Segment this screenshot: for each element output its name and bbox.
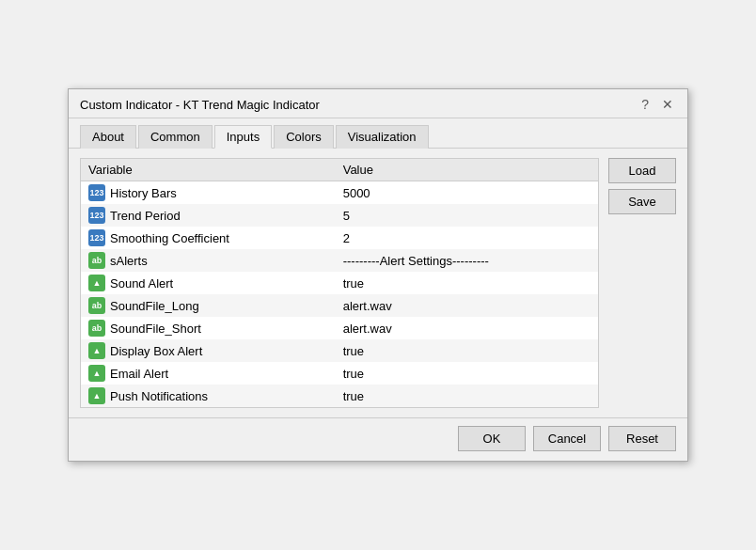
variable-label: Sound Alert	[110, 276, 173, 291]
table-row[interactable]: ▲Sound Alerttrue	[81, 272, 598, 294]
variable-label: SoundFile_Long	[110, 299, 199, 313]
variable-cell: 123Smoothing Coefficient	[81, 227, 336, 249]
variable-cell: 123Trend Period	[81, 204, 336, 227]
load-button[interactable]: Load	[608, 158, 676, 183]
tabs-container: About Common Inputs Colors Visualization	[69, 118, 687, 149]
save-button[interactable]: Save	[608, 189, 676, 214]
row-type-icon: ▲	[88, 387, 105, 404]
variable-label: sAlerts	[110, 254, 148, 268]
table-row[interactable]: 123Trend Period5	[81, 204, 598, 227]
table-row[interactable]: 123Smoothing Coefficient2	[81, 227, 598, 249]
footer: OK Cancel Reset	[69, 417, 687, 461]
tab-about[interactable]: About	[80, 125, 136, 149]
row-type-icon: ab	[88, 297, 105, 314]
variable-label: Trend Period	[110, 209, 181, 223]
value-cell: ---------Alert Settings---------	[336, 249, 598, 272]
reset-button[interactable]: Reset	[608, 426, 676, 451]
table-row[interactable]: 123History Bars5000	[81, 181, 598, 205]
table-row[interactable]: ▲Push Notificationstrue	[81, 385, 598, 407]
dialog: Custom Indicator - KT Trend Magic Indica…	[68, 88, 688, 462]
value-cell: true	[336, 272, 598, 294]
table-row[interactable]: absAlerts---------Alert Settings--------…	[81, 249, 598, 272]
row-type-icon: 123	[88, 229, 105, 246]
value-cell: 5	[336, 204, 598, 227]
variable-label: SoundFile_Short	[110, 322, 201, 336]
variable-label: Push Notifications	[110, 389, 208, 403]
table-row[interactable]: abSoundFile_Shortalert.wav	[81, 317, 598, 339]
dialog-title: Custom Indicator - KT Trend Magic Indica…	[80, 98, 320, 112]
tab-common[interactable]: Common	[138, 125, 213, 149]
row-type-icon: ab	[88, 252, 105, 269]
variable-cell: abSoundFile_Short	[81, 317, 336, 339]
table-row[interactable]: abSoundFile_Longalert.wav	[81, 294, 598, 317]
row-type-icon: ▲	[88, 275, 105, 291]
content-area: Variable Value 123History Bars5000123Tre…	[69, 149, 687, 417]
col-value-header: Value	[336, 159, 598, 181]
table-row[interactable]: ▲Display Box Alerttrue	[81, 339, 598, 362]
variable-label: History Bars	[110, 186, 177, 200]
tab-visualization[interactable]: Visualization	[336, 125, 429, 149]
tab-inputs[interactable]: Inputs	[214, 125, 272, 149]
value-cell: true	[336, 362, 598, 385]
tab-colors[interactable]: Colors	[274, 125, 334, 149]
row-type-icon: 123	[88, 184, 105, 201]
row-type-icon: ▲	[88, 365, 105, 382]
value-cell: 2	[336, 227, 598, 249]
row-type-icon: ▲	[88, 342, 105, 359]
variable-cell: absAlerts	[81, 249, 336, 272]
row-type-icon: 123	[88, 207, 105, 224]
table-row[interactable]: ▲Email Alerttrue	[81, 362, 598, 385]
variable-label: Smoothing Coefficient	[110, 231, 229, 245]
title-bar: Custom Indicator - KT Trend Magic Indica…	[69, 89, 687, 118]
row-type-icon: ab	[88, 320, 105, 337]
cancel-button[interactable]: Cancel	[533, 426, 601, 451]
variable-cell: ▲Email Alert	[81, 362, 336, 385]
variable-cell: 123History Bars	[81, 181, 336, 205]
help-button[interactable]: ?	[638, 97, 652, 112]
variable-cell: ▲Display Box Alert	[81, 339, 336, 362]
inputs-table-container: Variable Value 123History Bars5000123Tre…	[80, 158, 599, 408]
ok-button[interactable]: OK	[458, 426, 526, 451]
variable-cell: abSoundFile_Long	[81, 294, 336, 317]
value-cell: alert.wav	[336, 317, 598, 339]
title-bar-controls: ? ✕	[638, 97, 676, 112]
value-cell: true	[336, 339, 598, 362]
variable-cell: ▲Push Notifications	[81, 385, 336, 407]
value-cell: 5000	[336, 181, 598, 205]
variable-label: Email Alert	[110, 367, 168, 381]
side-buttons: Load Save	[608, 158, 676, 408]
close-button[interactable]: ✕	[659, 97, 676, 112]
variable-label: Display Box Alert	[110, 344, 202, 358]
col-variable-header: Variable	[81, 159, 336, 181]
value-cell: alert.wav	[336, 294, 598, 317]
value-cell: true	[336, 385, 598, 407]
variable-cell: ▲Sound Alert	[81, 272, 336, 294]
inputs-table: Variable Value 123History Bars5000123Tre…	[81, 159, 598, 407]
